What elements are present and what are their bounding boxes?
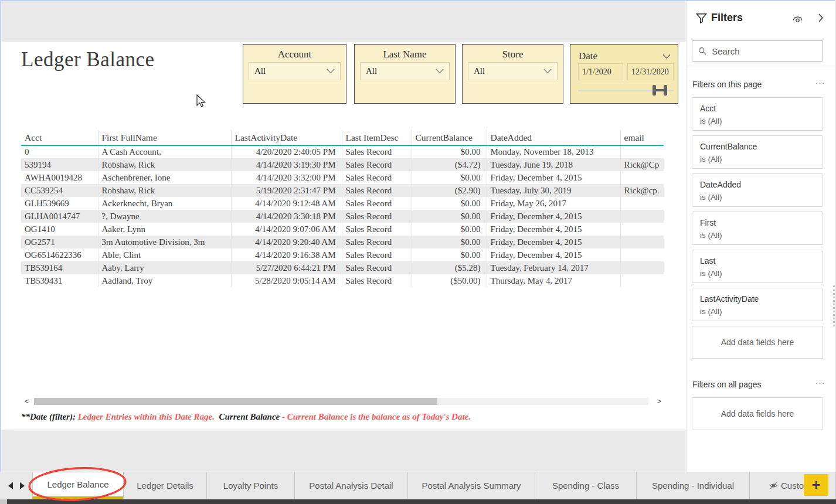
filters-pane-header: Filters [687,0,836,35]
column-header-acct[interactable]: Acct [21,130,98,145]
table-row: OG1410Aaker, Lynn4/14/2020 9:07:06 AMSal… [21,223,664,236]
collapse-pane-icon[interactable] [818,13,824,23]
table-cell [620,223,664,236]
table-cell: 4/14/2020 3:19:30 PM [231,158,342,171]
table-cell: $0.00 [412,248,487,261]
eye-icon[interactable] [792,14,803,23]
tab-spending-individual[interactable]: Spending - Individual [636,472,749,499]
scrollbar-track[interactable] [34,398,648,405]
scroll-right-icon[interactable]: > [657,397,661,406]
tab-ledger-details[interactable]: Ledger Details [123,472,206,499]
table-cell: AWHA0019428 [21,171,98,184]
tab-label: Loyalty Points [223,481,278,491]
table-cell: Friday, December 4, 2015 [487,236,620,248]
column-header-currentbalance[interactable]: CurrentBalance [412,130,487,145]
tab-label: Ledger Balance [47,479,108,489]
account-dropdown[interactable]: All [249,62,341,80]
table-cell [620,171,664,184]
table-cell: Sales Record [342,210,412,223]
filter-card-lastactivitydate[interactable]: LastActivityDateis (All) [692,288,823,321]
slicer-store-label: Store [463,49,563,60]
mouse-cursor [195,94,207,109]
column-header-dateadded[interactable]: DateAdded [487,130,620,145]
table-cell [620,236,664,248]
table-cell: Sales Record [342,248,412,261]
table-cell [620,261,664,274]
table-cell: Sales Record [342,184,412,197]
filters-search-box[interactable] [692,40,823,62]
tab-label: Spending - Individual [652,481,734,491]
table-cell: $0.00 [412,223,487,236]
table-cell: Ackerknecht, Bryan [98,197,231,210]
filter-cards: Acctis (All)CurrentBalanceis (All)DateAd… [692,97,823,326]
table-cell: Aschenbrener, Ione [98,171,231,184]
table-row: GLH539669Ackerknecht, Bryan4/14/2020 9:1… [21,197,664,210]
tab-postal-analysis-detail[interactable]: Postal Analysis Detail [294,472,407,499]
tab-label: Spending - Class [552,481,619,491]
filter-card-dateadded[interactable]: DateAddedis (All) [692,173,823,207]
table-cell: 5/28/2020 9:05:14 AM [231,274,342,287]
table-cell: Friday, December 4, 2015 [487,210,620,223]
column-header-first-fullname[interactable]: First FullName [98,130,231,145]
table-row: TB539164Aaby, Larry5/27/2020 6:44:21 PMS… [21,261,664,274]
bottom-strip [0,499,836,504]
table-cell: Monday, November 18, 2013 [487,145,620,158]
new-page-button[interactable]: + [804,474,828,496]
bottom-strip-left [0,499,7,504]
filter-card-last[interactable]: Lastis (All) [692,250,823,283]
more-options-icon[interactable]: ... [815,377,825,386]
store-dropdown-value: All [474,66,485,76]
footnote-black-1: **Date (filter): [21,412,78,421]
tab-spending-class[interactable]: Spending - Class [535,472,636,499]
table-cell: Sales Record [342,261,412,274]
table-cell: TB539164 [21,261,98,274]
window-edge [0,0,1,472]
tab-scroll-right-icon[interactable] [20,482,25,489]
table-cell: 4/14/2020 3:32:00 PM [231,171,342,184]
scrollbar-thumb[interactable] [34,398,437,405]
add-data-fields-dropzone-page[interactable]: Add data fields here [692,326,823,359]
table-cell: 4/14/2020 9:20:40 AM [231,236,342,248]
slicer-last-name-label: Last Name [355,49,455,60]
tab-ledger-balance[interactable]: Ledger Balance [32,472,123,499]
page-title: Ledger Balance [21,47,155,72]
tab-scroll-left-icon[interactable] [8,482,13,489]
filter-field-name: Last [700,256,815,266]
slicer-store: Store All [462,44,563,104]
column-header-last-itemdesc[interactable]: Last ItemDesc [342,130,412,145]
column-header-email[interactable]: email [620,130,664,145]
table-cell: Sales Record [342,236,412,248]
more-options-icon[interactable]: ... [815,77,825,86]
slicer-account-label: Account [243,49,346,60]
date-end-input[interactable]: 12/31/2020 [627,63,674,80]
tab-loyalty-points[interactable]: Loyalty Points [206,472,294,499]
slicer-account: Account All [243,44,346,104]
table-cell: 539194 [21,158,98,171]
column-header-lastactivitydate[interactable]: LastActivityDate [231,130,342,145]
last-name-dropdown-value: All [366,66,377,76]
filter-card-acct[interactable]: Acctis (All) [692,97,823,131]
tab-postal-analysis-summary[interactable]: Postal Analysis Summary [407,472,535,499]
table-header-row: AcctFirst FullNameLastActivityDateLast I… [21,130,664,145]
table-row: 0A Cash Account,4/20/2020 2:40:05 PMSale… [21,145,664,158]
page-tab-bar: Ledger BalanceLedger DetailsLoyalty Poin… [0,472,836,499]
top-strip [1,1,686,42]
chevron-down-icon [436,69,444,74]
filter-card-currentbalance[interactable]: CurrentBalanceis (All) [692,135,823,169]
footnote-red-2: - Current Balance is the balance as of T… [282,412,471,421]
chevron-down-icon[interactable] [662,54,671,59]
chevron-down-icon [327,69,335,74]
filter-field-name: Acct [700,103,815,114]
table-cell: $0.00 [412,145,487,158]
table-cell: Sales Record [342,145,412,158]
filter-card-first[interactable]: Firstis (All) [692,212,823,245]
date-start-input[interactable]: 1/1/2020 [578,63,623,80]
tab-label: Postal Analysis Detail [309,481,393,491]
table-cell: OG1410 [21,223,98,236]
last-name-dropdown[interactable]: All [360,62,450,80]
add-data-fields-dropzone-all[interactable]: Add data fields here [692,397,823,430]
store-dropdown[interactable]: All [468,62,558,80]
search-input[interactable] [712,46,817,56]
date-slider-handle[interactable] [653,85,667,96]
scroll-left-icon[interactable]: < [25,397,29,406]
